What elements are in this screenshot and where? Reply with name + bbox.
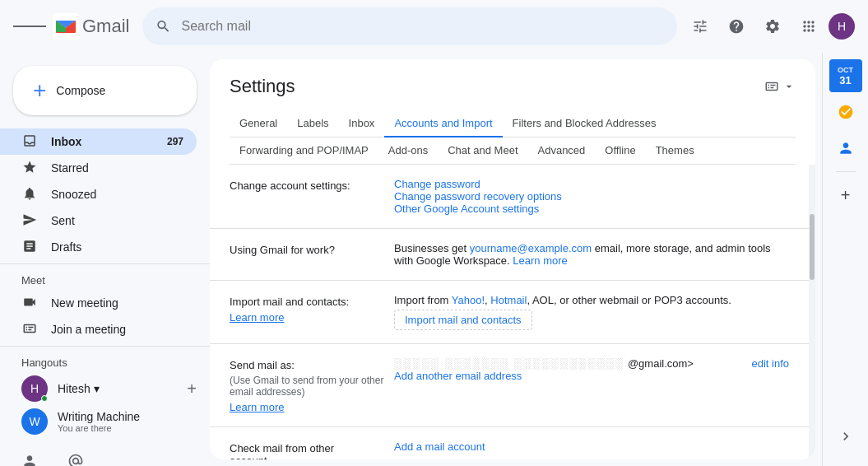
change-password-link[interactable]: Change password — [394, 178, 480, 190]
join-meeting-icon — [21, 321, 38, 338]
tab-offline[interactable]: Offline — [595, 137, 645, 165]
yahoo-link[interactable]: Yahoo! — [452, 294, 485, 306]
gmail-m-icon — [53, 13, 79, 40]
add-another-email-link[interactable]: Add another email address — [394, 370, 522, 382]
search-bar — [142, 7, 677, 45]
meet-section-header: Meet — [0, 268, 210, 290]
tab-chat-meet[interactable]: Chat and Meet — [438, 137, 527, 165]
scrollbar[interactable] — [809, 165, 815, 459]
search-icon — [155, 18, 171, 35]
keyboard-shortcut-selector[interactable] — [764, 79, 796, 94]
tab-filters[interactable]: Filters and Blocked Addresses — [503, 110, 666, 137]
tab-inbox[interactable]: Inbox — [339, 110, 385, 137]
compose-plus-icon: + — [33, 79, 46, 102]
import-learn-more[interactable]: Learn more — [230, 311, 394, 324]
rs-chevron-right[interactable] — [829, 420, 862, 453]
tabs-row2: Forwarding and POP/IMAP Add-ons Chat and… — [230, 137, 796, 165]
gmail-logo: Gmail — [53, 13, 129, 40]
tab-accounts-import[interactable]: Accounts and Import — [384, 110, 502, 137]
rs-divider — [836, 171, 856, 172]
drafts-icon — [21, 239, 38, 256]
compose-label: Compose — [56, 84, 105, 97]
main-layout: + Compose Inbox 297 Starred Snoozed — [0, 53, 868, 466]
sidebar-item-snoozed[interactable]: Snoozed — [0, 181, 197, 207]
snoozed-icon — [21, 186, 38, 203]
main-content: Settings General Labels Inbox Accounts a… — [210, 53, 822, 466]
calendar-icon[interactable]: OCT 31 — [829, 59, 862, 92]
writing-machine-name: Writing Machine — [58, 410, 197, 423]
tasks-icon[interactable] — [829, 96, 862, 128]
topbar-right: H — [684, 10, 855, 43]
change-account-label: Change account settings: — [230, 178, 394, 192]
tab-themes[interactable]: Themes — [646, 137, 704, 165]
sidebar-divider-2 — [0, 346, 210, 347]
sidebar-item-inbox[interactable]: Inbox 297 — [0, 128, 197, 155]
hangouts-item-hitesh[interactable]: H Hitesh ▾ + — [0, 372, 210, 405]
compose-button[interactable]: + Compose — [13, 66, 197, 115]
sidebar-item-drafts[interactable]: Drafts — [0, 234, 197, 260]
import-button[interactable]: Import mail and contacts — [394, 310, 532, 330]
hangouts-section-header: Hangouts — [0, 350, 210, 372]
sidebar-item-join-meeting[interactable]: Join a meeting — [0, 316, 197, 343]
edit-info-link[interactable]: edit info — [751, 357, 789, 370]
hamburger-menu[interactable] — [13, 10, 46, 43]
sent-label: Sent — [51, 214, 75, 227]
import-value: Import from Yahoo!, Hotmail, AOL, or oth… — [394, 294, 789, 330]
send-mail-label: Send mail as: (Use Gmail to send from yo… — [230, 357, 394, 413]
sent-icon — [21, 212, 38, 230]
snoozed-label: Snoozed — [51, 188, 96, 201]
tab-addons[interactable]: Add-ons — [378, 137, 438, 165]
hangouts-icon[interactable] — [59, 445, 92, 466]
sidebar-item-starred[interactable]: Starred — [0, 155, 197, 181]
settings-title-row: Settings — [230, 76, 796, 97]
yourname-link[interactable]: yourname@example.com — [470, 242, 592, 254]
settings-body-scroll: Change account settings: Change password… — [210, 165, 815, 459]
gmail-work-learn-more[interactable]: Learn more — [513, 254, 567, 267]
settings-icon[interactable] — [756, 10, 789, 43]
settings-body: Change account settings: Change password… — [210, 165, 809, 459]
other-account-link[interactable]: Other Google Account settings — [394, 203, 539, 215]
change-account-value: Change password Change password recovery… — [394, 178, 789, 215]
user-avatar[interactable]: H — [829, 13, 855, 40]
right-sidebar: OCT 31 + — [822, 53, 868, 466]
tab-labels[interactable]: Labels — [287, 110, 338, 137]
tab-general[interactable]: General — [230, 110, 287, 137]
sidebar-item-new-meeting[interactable]: New meeting — [0, 290, 197, 316]
hangouts-add-icon[interactable]: + — [187, 380, 197, 398]
add-mail-account-link[interactable]: Add a mail account — [394, 440, 485, 453]
check-mail-sublabel: account — [230, 454, 267, 459]
rs-add-button[interactable]: + — [829, 179, 862, 212]
settings-row-send-mail: Send mail as: (Use Gmail to send from yo… — [210, 344, 809, 427]
check-mail-label: Check mail from other account — [230, 440, 394, 459]
hitesh-name: Hitesh ▾ — [58, 382, 177, 395]
hangouts-item-writing-machine[interactable]: W Writing Machine You are there — [0, 405, 210, 438]
tab-forwarding[interactable]: Forwarding and POP/IMAP — [230, 137, 378, 165]
send-mail-learn-more[interactable]: Learn more — [230, 401, 394, 413]
gmail-work-value: Businesses get yourname@example.com emai… — [394, 242, 789, 267]
settings-row-import: Import mail and contacts: Learn more Imp… — [210, 281, 809, 344]
contacts-icon[interactable] — [829, 132, 862, 165]
scrollbar-thumb[interactable] — [810, 214, 815, 280]
inbox-count: 297 — [167, 136, 183, 147]
writing-machine-status: You are there — [58, 423, 197, 433]
hotmail-link[interactable]: Hotmail — [490, 294, 527, 306]
starred-label: Starred — [51, 161, 89, 175]
new-meeting-icon — [21, 295, 38, 312]
change-recovery-link[interactable]: Change password recovery options — [394, 190, 562, 203]
apps-icon[interactable] — [792, 10, 825, 43]
search-input[interactable] — [181, 19, 664, 34]
person-icon[interactable] — [13, 445, 46, 466]
gmail-work-label: Using Gmail for work? — [230, 242, 394, 256]
settings-row-check-mail: Check mail from other account Add a mail… — [210, 427, 809, 459]
tab-advanced[interactable]: Advanced — [528, 137, 596, 165]
send-mail-value: ░░░░░ ░░░░░░░ ░░░░░░░░░░░░ @gmail.com> A… — [394, 357, 789, 382]
hitesh-avatar: H — [21, 375, 48, 402]
sidebar-bottom — [0, 438, 210, 466]
gmail-work-text: Businesses get yourname@example.com emai… — [394, 242, 771, 267]
import-label: Import mail and contacts: Learn more — [230, 294, 394, 324]
filter-icon[interactable] — [684, 10, 717, 43]
starred-icon — [21, 160, 38, 177]
email-suffix: @gmail.com> — [624, 357, 694, 370]
sidebar-item-sent[interactable]: Sent — [0, 207, 197, 234]
help-icon[interactable] — [720, 10, 753, 43]
